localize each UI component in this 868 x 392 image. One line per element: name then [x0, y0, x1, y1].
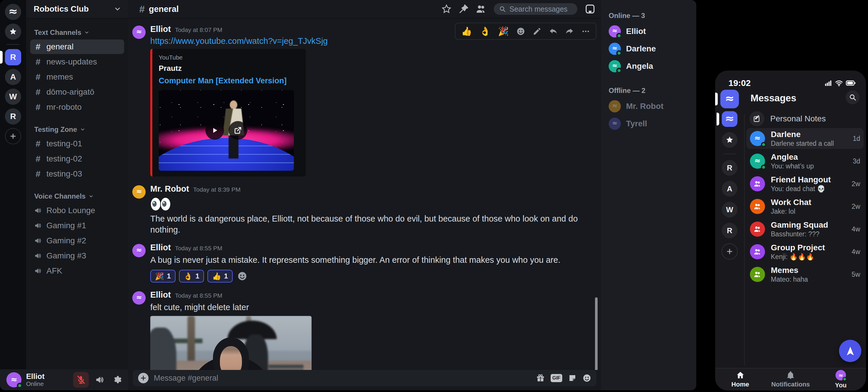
member-mr--robot[interactable]: ≈ Mr. Robot [609, 97, 689, 115]
server-avatar[interactable]: R [5, 49, 21, 65]
chat-scrollbar[interactable] [595, 297, 598, 370]
member-angela[interactable]: ≈ Angela [609, 57, 689, 75]
message-author[interactable]: Elliot [150, 24, 171, 34]
star-icon[interactable] [5, 24, 21, 40]
star-icon [9, 28, 17, 36]
add-attachment-button[interactable] [138, 373, 149, 383]
emoji-picker-icon[interactable] [583, 374, 591, 383]
channel-mr-roboto[interactable]: #mr-roboto [30, 100, 124, 114]
server-avatar[interactable]: R [722, 223, 738, 239]
plus-icon[interactable] [721, 243, 738, 260]
quick-reaction-👍[interactable]: 👍 [461, 26, 472, 36]
gift-icon[interactable] [536, 374, 545, 383]
channel-testing-02[interactable]: #testing-02 [30, 151, 124, 166]
gif-picker-button[interactable]: GIF [551, 374, 562, 382]
search-input[interactable]: Search messages [494, 3, 577, 15]
emoji-icon [583, 374, 591, 383]
quick-reaction-👌[interactable]: 👌 [479, 26, 490, 36]
personal-notes-row[interactable]: Personal Notes [749, 111, 826, 126]
pin-icon [459, 4, 468, 13]
server-avatar[interactable]: A [5, 69, 21, 85]
pinned-messages-icon[interactable] [459, 4, 468, 13]
member-list-icon[interactable] [476, 4, 486, 14]
play-button[interactable] [206, 121, 224, 140]
nav-home[interactable]: Home [715, 368, 765, 391]
section-header-text-channels[interactable]: Text Channels [30, 26, 124, 39]
channel-news-updates[interactable]: #news-updates [30, 55, 124, 69]
mic-muted-button[interactable] [73, 372, 89, 388]
message-avatar[interactable]: ≈ [132, 26, 146, 39]
group-icon [754, 180, 761, 188]
app-logo-tile[interactable]: ≈ [720, 90, 739, 108]
member-tyrell[interactable]: ≈ Tyrell [609, 115, 689, 132]
member-elliot[interactable]: ≈ Elliot [609, 23, 689, 40]
section-header-voice-channels[interactable]: Voice Channels [30, 189, 124, 203]
voice-channel-afk[interactable]: AFK [30, 264, 124, 278]
user-avatar[interactable]: ≈ [6, 372, 22, 387]
message-avatar[interactable]: ≈ [132, 244, 146, 257]
chat-row-darlene[interactable]: ≈ Darlene Darlene started a call 1d [746, 128, 864, 149]
forward-button[interactable] [565, 27, 574, 36]
quick-reaction-🎉[interactable]: 🎉 [498, 26, 509, 36]
channel-name: testing-03 [46, 169, 82, 178]
open-external-button[interactable] [228, 121, 247, 140]
voice-channel-robo-lounge[interactable]: Robo Lounge [30, 203, 124, 218]
server-avatar[interactable]: R [5, 108, 21, 124]
deafen-speaker-button[interactable] [93, 373, 106, 386]
attached-photo[interactable] [150, 316, 312, 370]
divider [744, 114, 745, 366]
embed-title[interactable]: Computer Man [Extended Version] [159, 76, 300, 85]
channel-testing-01[interactable]: #testing-01 [30, 137, 124, 151]
member-darlene[interactable]: ≈ Darlene [609, 40, 689, 57]
server-avatar[interactable]: W [5, 89, 21, 105]
message-input[interactable]: Message #general [154, 374, 531, 383]
chat-row-work-chat[interactable]: Work Chat Jake: lol 2w [746, 196, 864, 217]
reply-button[interactable] [549, 27, 558, 36]
voice-channel-gaming-#3[interactable]: Gaming #3 [30, 249, 124, 263]
more-options-button[interactable] [581, 27, 590, 36]
chat-row-friend-hangout[interactable]: Friend Hangout You: dead chat 💀 2w [746, 173, 864, 194]
voice-channel-gaming-#2[interactable]: Gaming #2 [30, 233, 124, 248]
server-header[interactable]: Robotics Club [26, 0, 128, 19]
favorite-star-icon[interactable] [441, 4, 452, 14]
server-avatar[interactable]: R [722, 160, 738, 176]
new-message-fab[interactable] [839, 340, 861, 362]
reaction-pill[interactable]: 🎉1 [150, 270, 176, 283]
nav-notifications[interactable]: Notifications [765, 368, 815, 391]
edit-message-button[interactable] [533, 27, 541, 36]
home-logo-icon[interactable]: ≈ [5, 4, 21, 20]
add-reaction-button[interactable] [237, 271, 247, 281]
message-author[interactable]: Elliot [150, 243, 171, 252]
message-avatar[interactable]: ≈ [132, 185, 146, 199]
add-reaction-button[interactable] [517, 27, 525, 36]
message-author[interactable]: Mr. Robot [150, 184, 189, 194]
star-icon[interactable] [722, 132, 738, 148]
section-header-testing-zone[interactable]: Testing Zone [30, 122, 124, 136]
reaction-pill[interactable]: 👌1 [179, 270, 204, 283]
plus-icon[interactable] [5, 128, 21, 144]
chat-row-group-project[interactable]: Group Project Kenji: 🔥🔥🔥 4w [746, 241, 864, 262]
channel-dōmo-arigatō[interactable]: #dōmo-arigatō [30, 85, 124, 99]
phone-search-button[interactable] [846, 90, 860, 104]
chat-timestamp: 4w [852, 225, 860, 233]
nav-you[interactable]: ≈You [816, 368, 866, 391]
settings-gear-button[interactable] [111, 373, 124, 386]
server-avatar[interactable]: A [722, 181, 738, 197]
embed-author[interactable]: Prautz [159, 64, 300, 73]
chat-row-gaming-squad[interactable]: Gaming Squad Basshunter: ??? 4w [746, 219, 864, 240]
server-avatar[interactable]: W [722, 202, 738, 218]
voice-channel-gaming-#1[interactable]: Gaming #1 [30, 218, 124, 233]
message-author[interactable]: Elliot [150, 290, 171, 300]
sticker-icon[interactable] [568, 374, 577, 383]
message-avatar[interactable]: ≈ [132, 291, 146, 305]
message-link[interactable]: https://www.youtube.com/watch?v=jeg_TJvk… [150, 36, 328, 46]
channel-testing-03[interactable]: #testing-03 [30, 167, 124, 181]
chat-row-anglea[interactable]: ≈ Anglea You: what’s up 3d [746, 151, 864, 172]
reaction-pill[interactable]: 👍1 [208, 270, 232, 283]
channel-memes[interactable]: #memes [30, 70, 124, 84]
home-logo-icon[interactable]: ≈ [722, 111, 738, 127]
toggle-panel-icon[interactable] [585, 4, 595, 14]
chat-row-memes[interactable]: Memes Mateo: haha 5w [746, 264, 864, 285]
chat-avatar: ≈ [750, 153, 765, 169]
channel-general[interactable]: #general [30, 39, 124, 54]
